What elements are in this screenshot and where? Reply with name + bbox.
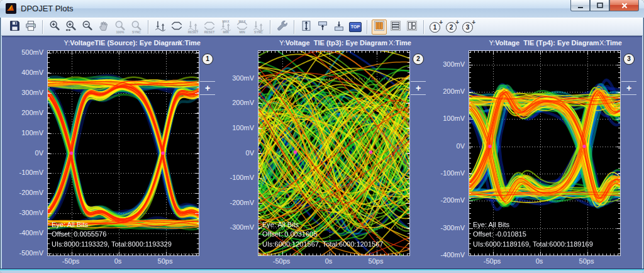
dpojet-plots-window: DPOJET Plots 100%SYNCRESETRESETMAXMINMAX… xyxy=(0,0,644,273)
cursors-horizontal-maxmin-button[interactable]: MAXMIN xyxy=(235,20,250,35)
plus-mark: + xyxy=(439,20,443,25)
y-tick-label: 0V xyxy=(225,149,254,157)
plot-add-measurement-button-1[interactable]: + xyxy=(200,81,215,95)
y-tick-label: 100mV xyxy=(225,124,254,131)
fit-vertical-button[interactable] xyxy=(299,20,314,35)
zoom-out-button[interactable] xyxy=(80,20,95,35)
y-tick-label: -200mV xyxy=(225,199,254,206)
y-tick-label: -400mV xyxy=(436,251,465,259)
fit-vertical-icon xyxy=(300,20,313,35)
plot-title: Voltage TIE (Tp4): Eye Diagram xyxy=(495,39,599,47)
plot-stats: Eye: All BitsOffset: -0.010815UIs:6000:1… xyxy=(473,220,593,250)
x-axis-prefix: X: xyxy=(178,39,184,47)
cursors-vertical-sync-button[interactable]: SYNC xyxy=(251,20,266,35)
y-tick-label: -300mV xyxy=(225,223,254,231)
zoom-out-icon xyxy=(81,20,94,35)
window-title: DPOJET Plots xyxy=(21,4,74,13)
cursors-vertical-reset-button[interactable]: RESET xyxy=(186,20,201,35)
stat-uis: UIs:6000:1201567, Total:6000:1201567 xyxy=(262,240,383,250)
layout-columns-button[interactable] xyxy=(372,20,387,35)
minimize-button[interactable] xyxy=(570,0,590,11)
align-bottom-button[interactable] xyxy=(331,20,347,35)
cursors-vertical-button[interactable] xyxy=(153,20,168,35)
add-plot-3-button[interactable]: 3+ xyxy=(461,20,476,35)
stat-uis: UIs:8000:1193329, Total:8000:1193329 xyxy=(52,240,172,250)
y-tick-label: -400mV xyxy=(14,229,43,237)
plus-mark: + xyxy=(455,20,459,25)
x-tick-label: -50ps xyxy=(479,257,506,265)
add-plot-2-button[interactable]: 2+ xyxy=(445,20,460,35)
plot-title: VoltageTIE (Source): Eye Diagram xyxy=(70,39,181,47)
pan-hand-button[interactable] xyxy=(96,20,111,35)
x-axis-prefix: X: xyxy=(389,39,395,47)
toolbar-separator xyxy=(294,20,295,34)
layout-columns-icon xyxy=(373,20,386,35)
align-top-icon xyxy=(316,20,329,35)
close-button[interactable] xyxy=(609,0,639,11)
y-tick-label: -100mV xyxy=(14,169,43,176)
toolbar-separator xyxy=(367,20,368,34)
stat-offset: Offset: 0.0031605 xyxy=(262,230,383,240)
y-tick-label: 0V xyxy=(14,149,43,157)
add-plot-1-button[interactable]: 1+ xyxy=(428,20,443,35)
plot-badge-3[interactable]: 3 xyxy=(623,53,635,65)
stat-offset: Offset: -0.010815 xyxy=(473,230,593,240)
zoom-sync-button[interactable]: SYNC xyxy=(129,20,144,35)
add-plot-icon: 3+ xyxy=(462,20,475,34)
y-tick-label: 0V xyxy=(436,142,465,150)
y-tick-label: 200mV xyxy=(436,87,465,95)
x-axis-title: Time xyxy=(185,39,201,47)
eye-diagram-plot-2: Eye: All BitsOffset: 0.0031605UIs:6000:1… xyxy=(258,50,410,256)
align-bottom-icon xyxy=(333,20,345,35)
plot-add-measurement-button-2[interactable]: + xyxy=(411,81,426,95)
print-icon xyxy=(25,20,37,35)
add-plot-icon: 2+ xyxy=(445,20,459,34)
y-axis-prefix: Y: xyxy=(64,39,70,47)
top-mode-icon: TOP xyxy=(349,22,362,32)
icon-caption: SYNC xyxy=(129,31,144,34)
toolbar-separator xyxy=(270,20,271,34)
toolbar-separator xyxy=(423,20,425,34)
zoom-in-button[interactable] xyxy=(47,20,62,35)
cursors-vertical-maxmin-button[interactable]: MAXMIN xyxy=(218,20,233,35)
x-tick-label: 0s xyxy=(104,257,132,265)
cursors-horizontal-button[interactable] xyxy=(169,20,184,35)
plot-badge-1[interactable]: 1 xyxy=(202,53,213,65)
y-tick-label: 100mV xyxy=(14,129,43,136)
plot-stats: Eye: All BitsOffset: 0.0055576UIs:8000:1… xyxy=(52,220,172,250)
plot-badge-2[interactable]: 2 xyxy=(413,53,424,65)
zoom-horizontal-button[interactable] xyxy=(64,20,79,35)
settings-wrench-button[interactable] xyxy=(275,20,290,35)
plot-add-measurement-button-3[interactable]: + xyxy=(621,81,636,95)
y-axis-prefix: Y: xyxy=(489,39,495,47)
eye-diagram-plot-3: Eye: All BitsOffset: -0.010815UIs:6000:1… xyxy=(469,50,621,256)
settings-wrench-icon xyxy=(276,20,289,35)
x-tick-label: 50ps xyxy=(362,257,390,265)
plot-header-2: Y:Voltage TIE (tp3): Eye DiagramX:Time xyxy=(258,39,425,48)
print-button[interactable] xyxy=(23,20,38,35)
zoom-horizontal-icon xyxy=(65,20,77,35)
top-mode-button[interactable]: TOP xyxy=(348,20,363,35)
title-bar[interactable]: DPOJET Plots xyxy=(0,0,644,18)
add-plot-icon: 1+ xyxy=(429,20,443,34)
cursors-horizontal-icon xyxy=(170,20,183,35)
maximize-button[interactable] xyxy=(590,0,609,11)
y-tick-label: -200mV xyxy=(14,189,43,196)
plus-mark: + xyxy=(472,20,475,25)
maximize-icon xyxy=(596,2,604,9)
y-tick-label: -100mV xyxy=(225,174,254,181)
app-icon xyxy=(6,3,16,14)
layout-grid-button[interactable] xyxy=(404,20,419,35)
plot-header-1: Y:VoltageTIE (Source): Eye DiagramX:Time xyxy=(47,39,214,48)
minimize-icon xyxy=(577,2,584,9)
save-button[interactable] xyxy=(7,20,22,35)
align-top-button[interactable] xyxy=(315,20,330,35)
y-tick-label: -100mV xyxy=(436,169,465,177)
cursors-horizontal-reset-button[interactable]: RESET xyxy=(202,20,217,35)
icon-caption: RESET xyxy=(186,31,201,34)
y-tick-label: 300mV xyxy=(14,89,43,96)
icon-caption: MAX xyxy=(218,20,233,23)
layout-rows-button[interactable] xyxy=(388,20,403,35)
y-tick-label: 200mV xyxy=(14,109,43,116)
zoom-100-button[interactable]: 100% xyxy=(113,20,128,35)
